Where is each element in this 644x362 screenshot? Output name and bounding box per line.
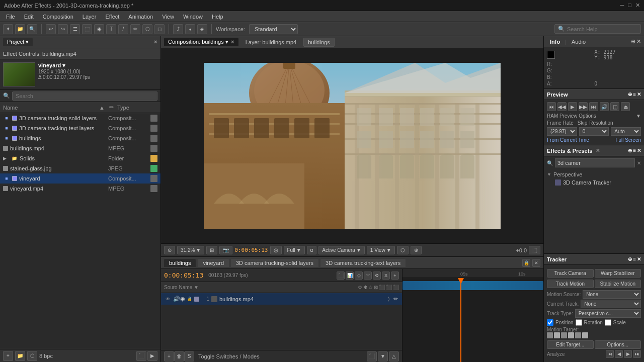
tl-solo-all[interactable]: S — [184, 351, 194, 361]
tracker-options[interactable]: ≡ — [633, 256, 636, 262]
effects-expand[interactable]: ⊕ — [628, 148, 632, 153]
scale-checkbox[interactable] — [605, 319, 611, 326]
file-item-buildings-mp4[interactable]: buildings.mp4 MPEG — [0, 143, 160, 153]
info-close[interactable]: ✕ — [636, 38, 641, 45]
track-motion-btn[interactable]: Track Motion — [547, 280, 594, 288]
toolbar-t6[interactable]: ✏ — [130, 24, 140, 34]
info-expand[interactable]: ⊕ — [631, 38, 635, 45]
menu-help[interactable]: Help — [208, 13, 227, 21]
prev-last-frame[interactable]: ⏭ — [589, 102, 598, 111]
toolbar-t10[interactable]: ⬧ — [185, 24, 195, 34]
search-help[interactable]: 🔍 — [554, 24, 641, 34]
toolbar-new[interactable]: ✦ — [3, 24, 13, 34]
effect-item-3d-tracker[interactable]: 3D Camera Tracker — [545, 178, 643, 187]
toolbar-open[interactable]: 📁 — [15, 24, 25, 34]
preview-from-current[interactable]: From Current Time — [547, 137, 589, 143]
toolbar-t2[interactable]: ⬚ — [82, 24, 92, 34]
file-item-stained-glass[interactable]: stained-glass.jpg JPEG — [0, 163, 160, 173]
tl-tab-vineyard[interactable]: vineyard — [198, 259, 229, 267]
vp-extra[interactable]: ⬚ — [529, 246, 540, 254]
preview-options-icon[interactable]: ≡ — [633, 92, 636, 97]
menu-edit[interactable]: Edit — [20, 13, 38, 21]
toolbar-t3[interactable]: ◉ — [94, 24, 104, 34]
new-item-btn[interactable]: + — [3, 351, 13, 361]
tab-composition[interactable]: Composition: buildings ▾ ✕ — [164, 38, 238, 46]
tl-new-layer[interactable]: + — [164, 351, 174, 361]
analyze-backward-all[interactable]: ⏮ — [606, 350, 614, 358]
tracker-expand[interactable]: ⊕ — [628, 256, 632, 262]
analyze-forward-all[interactable]: ⏭ — [633, 350, 641, 358]
vp-camera-icon[interactable]: ◎ — [270, 246, 282, 254]
layer-visibility[interactable]: 👁 — [164, 296, 171, 303]
file-item-buildings[interactable]: ■ buildings Composit... — [0, 133, 160, 143]
menu-layer[interactable]: Layer — [78, 13, 101, 21]
position-checkbox[interactable] — [547, 319, 553, 326]
track-type-select[interactable]: Perspectivo c... — [575, 309, 641, 318]
tl-footer-btn1[interactable]: ⬛ — [367, 351, 377, 361]
tl-options-btn[interactable]: ⚙ — [373, 272, 381, 280]
vp-zoom[interactable]: 31.2% ▼ — [177, 246, 204, 254]
layer-audio[interactable]: 🔊 — [173, 296, 178, 302]
tracker-close[interactable]: ✕ — [637, 256, 641, 262]
prev-next-frame[interactable]: ▶▶ — [579, 102, 588, 111]
file-item-3d-solid[interactable]: ■ 3D camera trucking-solid layers Compos… — [0, 113, 160, 123]
console-btn[interactable]: ⬡ — [27, 351, 37, 361]
workspace-select[interactable]: Standard All Panels Animation Effects — [249, 24, 298, 34]
minimize-btn[interactable]: ─ — [620, 2, 624, 9]
layer-solo[interactable]: ◉ — [180, 296, 185, 302]
toolbar-t4[interactable]: T — [106, 24, 116, 34]
file-item-vineyard-mp4[interactable]: vineyard.mp4 MPEG — [0, 184, 160, 194]
toolbar-t8[interactable]: ◻ — [154, 24, 165, 34]
file-item-3d-text[interactable]: ■ 3D camera tracking-text layers Composi… — [0, 123, 160, 133]
layer-pencil[interactable]: ✏ — [392, 296, 399, 303]
toolbar-t1[interactable]: ☰ — [70, 24, 80, 34]
edit-target-btn[interactable]: Edit Target... — [547, 340, 594, 349]
tl-close[interactable]: ✕ — [532, 259, 540, 267]
layer-row-buildings[interactable]: 👁 🔊 ◉ 🔒 1 buildings.mp4 ⟩ ✏ — [161, 293, 402, 305]
effects-close-icon[interactable]: ✕ — [596, 148, 600, 153]
menu-animation[interactable]: Animation — [124, 13, 157, 21]
tab-audio[interactable]: Audio — [569, 38, 589, 46]
preview-expand[interactable]: ⊕ — [628, 92, 632, 97]
tl-footer-btn3[interactable]: △ — [389, 351, 399, 361]
menu-effect[interactable]: Effect — [101, 13, 123, 21]
maximize-btn[interactable]: □ — [628, 2, 631, 9]
sort-btn[interactable]: ⬛ — [136, 351, 146, 361]
tl-graph-btn[interactable]: 📊 — [346, 272, 354, 280]
close-btn[interactable]: ✕ — [635, 2, 640, 9]
toolbar-t7[interactable]: ⬡ — [142, 24, 152, 34]
preview-frame-rate-select[interactable]: (29.97) — [547, 127, 577, 136]
current-track-select[interactable]: None — [581, 300, 641, 308]
toolbar-t11[interactable]: ◈ — [197, 24, 207, 34]
tl-lock[interactable]: 🔒 — [522, 259, 530, 267]
project-panel-close[interactable]: ✕ — [153, 39, 157, 45]
motion-source-select[interactable]: None — [583, 290, 641, 299]
preview-skip-select[interactable]: 0 — [579, 127, 609, 136]
toolbar-redo[interactable]: ↪ — [58, 24, 68, 34]
prev-snapshot[interactable]: ◫ — [610, 102, 619, 111]
file-item-solids[interactable]: ▶ 📁 Solids Folder — [0, 153, 160, 163]
layer-lock[interactable]: 🔒 — [187, 297, 192, 301]
prev-audio[interactable]: 🔊 — [600, 102, 609, 111]
vp-grid[interactable]: ⊞ — [206, 246, 217, 254]
analyze-backward[interactable]: ◀ — [615, 350, 623, 358]
tl-tab-buildings[interactable]: buildings — [164, 259, 196, 267]
tl-motion-btn[interactable]: 〰 — [364, 272, 372, 280]
prev-play[interactable]: ▶ — [568, 102, 577, 111]
search-help-input[interactable] — [567, 26, 637, 32]
effects-options[interactable]: ≡ — [633, 148, 636, 153]
toolbar-t9[interactable]: ⤴ — [173, 24, 183, 34]
vp-snapshot[interactable]: 📷 — [219, 246, 232, 254]
analyze-forward[interactable]: ▶ — [624, 350, 632, 358]
preview-options-dropdown-icon[interactable]: ▼ — [636, 113, 641, 119]
menu-view[interactable]: View — [158, 13, 178, 21]
effects-clear-icon[interactable]: ✕ — [637, 160, 641, 166]
tl-key-btn[interactable]: ◇ — [355, 272, 363, 280]
tl-footer-btn2[interactable]: ▼ — [378, 351, 388, 361]
tl-compose-btn[interactable]: ⬛ — [337, 272, 345, 280]
vp-alpha[interactable]: α — [307, 246, 317, 254]
project-search-input[interactable] — [12, 92, 157, 101]
vp-3d-options[interactable]: ⬡ — [397, 246, 409, 254]
tl-current-time[interactable]: 0:00:05:13 — [164, 272, 203, 279]
preview-res-select[interactable]: Auto Full Half — [611, 127, 641, 136]
